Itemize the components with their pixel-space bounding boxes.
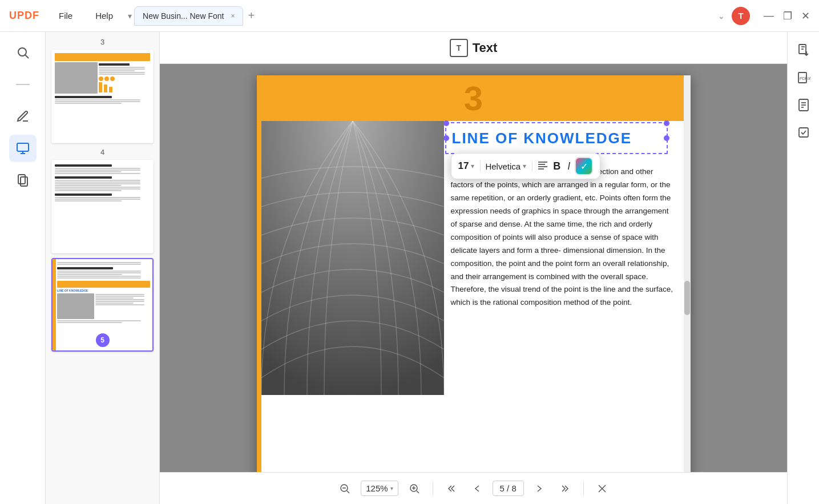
- svg-rect-3: [17, 143, 29, 151]
- right-icon-document[interactable]: [792, 94, 815, 116]
- thumbnail-panel[interactable]: 3: [46, 32, 160, 504]
- svg-line-15: [347, 491, 349, 493]
- toolbar-text-section: T Text: [450, 39, 498, 57]
- left-stripe: [257, 75, 261, 472]
- toolbar-divider-1: [433, 482, 433, 495]
- page-image: [261, 121, 444, 395]
- nav-first-button[interactable]: [442, 479, 461, 498]
- tab-add-button[interactable]: +: [248, 9, 255, 22]
- thumb-badge-5: 5: [96, 333, 110, 347]
- page-header: 3: [257, 75, 691, 121]
- nav-last-button[interactable]: [556, 479, 574, 498]
- text-align-button[interactable]: [537, 159, 548, 174]
- font-size-control[interactable]: 17 ▾: [458, 160, 481, 172]
- svg-line-19: [417, 491, 419, 493]
- titlebar: UPDF File Help ▾ New Busin... New Font ×…: [0, 0, 819, 32]
- thumb-group-3: 3: [51, 38, 154, 143]
- tabs-overflow-icon[interactable]: ⌄: [718, 11, 725, 21]
- app-logo: UPDF: [9, 10, 39, 22]
- thumb-group-4: 4: [51, 148, 154, 253]
- font-family-dropdown-icon[interactable]: ▾: [523, 162, 526, 170]
- svg-rect-8: [261, 121, 444, 395]
- svg-point-0: [18, 48, 26, 56]
- bottom-toolbar: 125% ▾ 5 / 8: [160, 472, 787, 504]
- nav-prev-button[interactable]: [467, 479, 486, 498]
- bold-button[interactable]: B: [553, 160, 560, 172]
- svg-text:PDF/A: PDF/A: [800, 76, 810, 80]
- zoom-in-button[interactable]: [405, 479, 423, 498]
- page-indicator[interactable]: 5 / 8: [493, 481, 524, 496]
- toolbar-divider-2: [583, 482, 584, 495]
- top-toolbar: T Text: [160, 32, 787, 64]
- svg-line-1: [25, 55, 29, 59]
- font-size-value: 17: [458, 160, 469, 172]
- right-icon-pdfa[interactable]: PDF/A: [792, 66, 815, 89]
- content-area: T Text 3: [160, 32, 787, 504]
- main-layout: 3: [0, 32, 819, 504]
- user-avatar[interactable]: T: [732, 7, 750, 25]
- floating-toolbar: 17 ▾ Helvetica ▾ B I: [451, 153, 601, 179]
- thumb-item-5[interactable]: LINE OF KNOWLEDGE: [51, 258, 154, 352]
- sidebar-icon-pages[interactable]: [9, 167, 37, 194]
- right-icon-check[interactable]: [792, 121, 815, 144]
- zoom-out-button[interactable]: [336, 479, 354, 498]
- tab-active[interactable]: New Busin... New Font ×: [134, 6, 243, 26]
- tab-dropdown-icon[interactable]: ▾: [128, 11, 132, 21]
- menu-help[interactable]: Help: [87, 7, 121, 24]
- tab-label: New Busin... New Font: [143, 11, 224, 21]
- restore-button[interactable]: ❐: [783, 10, 792, 22]
- minimize-button[interactable]: —: [764, 10, 774, 22]
- thumb-group-5: LINE OF KNOWLEDGE: [51, 258, 154, 352]
- text-selection-box[interactable]: LINE OF KNOWLEDGE: [445, 122, 668, 154]
- tab-area: ▾ New Busin... New Font × +: [128, 6, 416, 26]
- thumb-item-3[interactable]: [51, 50, 154, 143]
- svg-rect-7: [21, 177, 27, 186]
- svg-rect-6: [18, 175, 25, 184]
- resize-handle-ml[interactable]: [443, 135, 449, 141]
- resize-handle-tl[interactable]: [443, 120, 449, 126]
- scroll-track: [684, 75, 691, 472]
- font-family-control[interactable]: Helvetica ▾: [485, 162, 532, 171]
- thumb-page-num-4: 4: [51, 148, 154, 156]
- close-button[interactable]: ✕: [801, 10, 810, 22]
- body-text: refers to the shape and area, position o…: [445, 160, 679, 315]
- nav-next-button[interactable]: [531, 479, 549, 498]
- zoom-dropdown-icon[interactable]: ▾: [390, 485, 393, 491]
- resize-handle-tr[interactable]: [664, 120, 669, 126]
- zoom-level[interactable]: 125% ▾: [361, 481, 398, 496]
- sidebar-icon-annotate[interactable]: [9, 135, 37, 162]
- line-of-knowledge-text: LINE OF KNOWLEDGE: [446, 123, 667, 153]
- pdf-page: 3: [257, 75, 691, 472]
- font-size-dropdown-icon[interactable]: ▾: [471, 162, 474, 170]
- pdf-area[interactable]: 3: [160, 64, 787, 472]
- resize-handle-mr[interactable]: [664, 135, 669, 141]
- text-tool-icon[interactable]: T: [450, 39, 468, 57]
- right-icon-export[interactable]: [792, 39, 815, 62]
- color-check-icon: ✓: [580, 161, 588, 172]
- font-family-value: Helvetica: [485, 162, 521, 171]
- svg-rect-30: [799, 128, 808, 137]
- tab-close-icon[interactable]: ×: [231, 12, 235, 20]
- sidebar-icon-edit[interactable]: [9, 103, 37, 130]
- toolbar-title: Text: [473, 41, 498, 55]
- thumb-page-num-3: 3: [51, 38, 154, 46]
- menu-file[interactable]: File: [51, 7, 80, 24]
- sidebar-icon-separator: [9, 71, 37, 98]
- sidebar-icon-search[interactable]: [9, 39, 37, 66]
- italic-button[interactable]: I: [567, 160, 570, 172]
- right-sidebar: PDF/A: [787, 32, 819, 504]
- scroll-thumb[interactable]: [684, 281, 690, 315]
- window-controls: — ❐ ✕: [764, 10, 810, 22]
- color-picker-button[interactable]: ✓: [575, 157, 593, 175]
- left-sidebar: [0, 32, 46, 504]
- page-number-display: 3: [464, 79, 483, 118]
- close-nav-button[interactable]: [593, 479, 611, 498]
- thumb-item-4[interactable]: [51, 160, 154, 253]
